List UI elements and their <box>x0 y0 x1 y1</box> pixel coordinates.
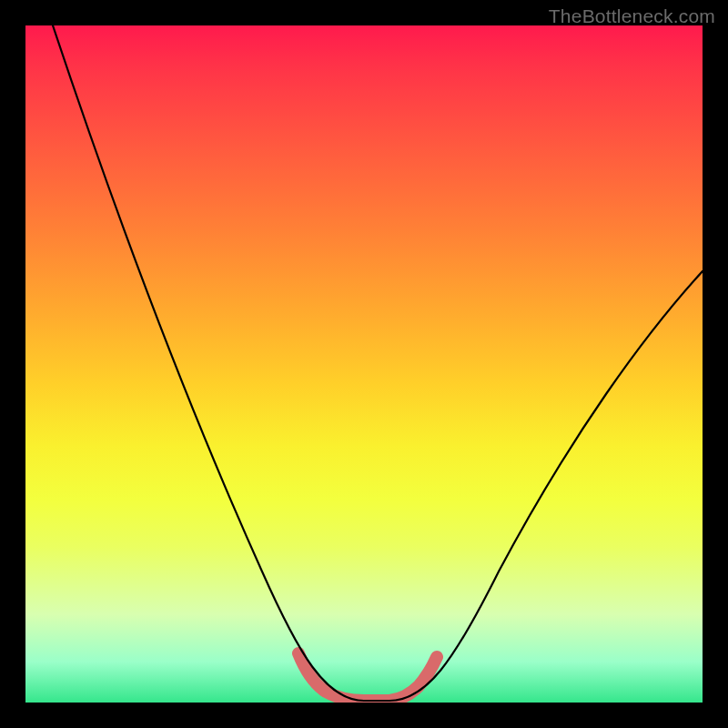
chart-frame: TheBottleneck.com <box>0 0 728 728</box>
bottleneck-curve-path <box>53 25 703 701</box>
attribution-text: TheBottleneck.com <box>549 5 715 27</box>
curve-layer <box>25 25 703 703</box>
plot-area <box>25 25 703 703</box>
